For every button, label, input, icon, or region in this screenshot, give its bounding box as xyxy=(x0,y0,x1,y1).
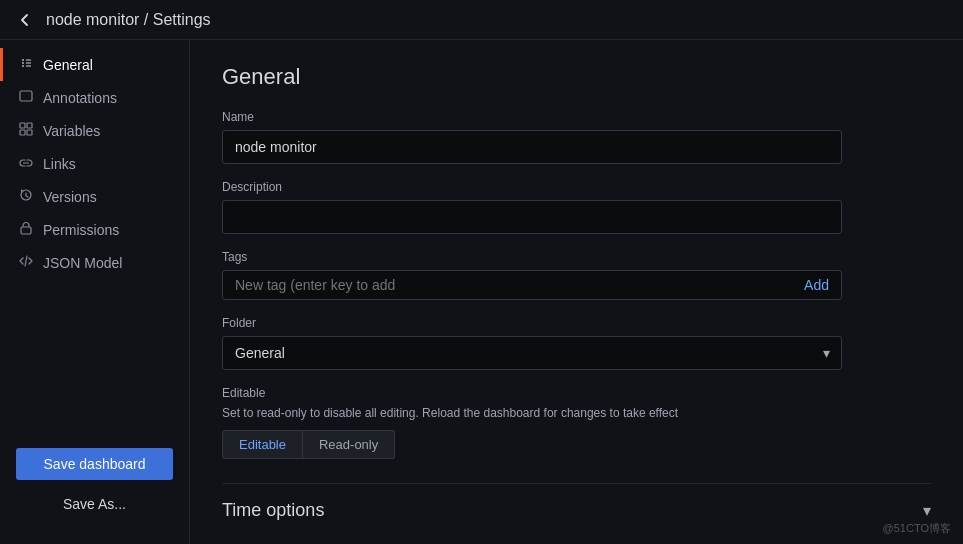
sidebar-buttons: Save dashboard Save As... xyxy=(0,432,189,536)
folder-select[interactable]: General Default Monitoring xyxy=(222,336,842,370)
main-content: General Name Description Tags Add Folder… xyxy=(190,40,963,544)
sidebar-item-annotations-label: Annotations xyxy=(43,90,117,106)
sidebar-item-variables[interactable]: Variables xyxy=(0,114,189,147)
back-icon[interactable] xyxy=(16,11,34,29)
name-group: Name xyxy=(222,110,931,164)
general-icon xyxy=(19,56,33,73)
sidebar-item-permissions-label: Permissions xyxy=(43,222,119,238)
svg-rect-7 xyxy=(20,123,25,128)
tags-label: Tags xyxy=(222,250,931,264)
sidebar-item-general-label: General xyxy=(43,57,93,73)
sidebar-item-permissions[interactable]: Permissions xyxy=(0,213,189,246)
editable-group: Editable Set to read-only to disable all… xyxy=(222,386,931,459)
links-icon xyxy=(19,155,33,172)
annotations-icon xyxy=(19,89,33,106)
folder-label: Folder xyxy=(222,316,931,330)
svg-rect-9 xyxy=(20,130,25,135)
editable-button[interactable]: Editable xyxy=(222,430,303,459)
svg-point-2 xyxy=(22,65,24,67)
sidebar-item-versions[interactable]: Versions xyxy=(0,180,189,213)
topbar: node monitor / Settings xyxy=(0,0,963,40)
topbar-title: node monitor / Settings xyxy=(46,11,211,29)
svg-rect-8 xyxy=(27,123,32,128)
sidebar-item-links-label: Links xyxy=(43,156,76,172)
description-group: Description xyxy=(222,180,931,234)
versions-icon xyxy=(19,188,33,205)
folder-group: Folder General Default Monitoring xyxy=(222,316,931,370)
svg-rect-10 xyxy=(27,130,32,135)
readonly-button[interactable]: Read-only xyxy=(303,430,395,459)
tags-add-button[interactable]: Add xyxy=(804,277,829,293)
svg-point-1 xyxy=(22,62,24,64)
sidebar-item-general[interactable]: General xyxy=(0,48,189,81)
svg-rect-11 xyxy=(21,227,31,234)
description-label: Description xyxy=(222,180,931,194)
lock-icon xyxy=(19,221,33,238)
svg-point-0 xyxy=(22,59,24,61)
save-dashboard-button[interactable]: Save dashboard xyxy=(16,448,173,480)
chevron-down-icon: ▾ xyxy=(923,501,931,520)
variables-icon xyxy=(19,122,33,139)
name-input[interactable] xyxy=(222,130,842,164)
sidebar: General Annotations Variables xyxy=(0,40,190,544)
sidebar-item-versions-label: Versions xyxy=(43,189,97,205)
sidebar-item-variables-label: Variables xyxy=(43,123,100,139)
name-label: Name xyxy=(222,110,931,124)
sidebar-item-json-model[interactable]: JSON Model xyxy=(0,246,189,279)
toggle-group: Editable Read-only xyxy=(222,430,931,459)
time-options-title: Time options xyxy=(222,500,324,521)
sidebar-item-json-model-label: JSON Model xyxy=(43,255,122,271)
sidebar-item-annotations[interactable]: Annotations xyxy=(0,81,189,114)
description-input[interactable] xyxy=(222,200,842,234)
watermark: @51CTO博客 xyxy=(883,521,951,536)
editable-label: Editable xyxy=(222,386,931,400)
sidebar-item-links[interactable]: Links xyxy=(0,147,189,180)
section-title: General xyxy=(222,64,931,90)
layout: General Annotations Variables xyxy=(0,40,963,544)
svg-rect-6 xyxy=(20,91,32,101)
tags-input[interactable] xyxy=(235,277,804,293)
save-as-button[interactable]: Save As... xyxy=(16,488,173,520)
tags-input-area: Add xyxy=(222,270,842,300)
tags-group: Tags Add xyxy=(222,250,931,300)
json-icon xyxy=(19,254,33,271)
folder-select-wrapper: General Default Monitoring xyxy=(222,336,842,370)
editable-description: Set to read-only to disable all editing.… xyxy=(222,406,931,420)
time-options-section[interactable]: Time options ▾ xyxy=(222,483,931,521)
